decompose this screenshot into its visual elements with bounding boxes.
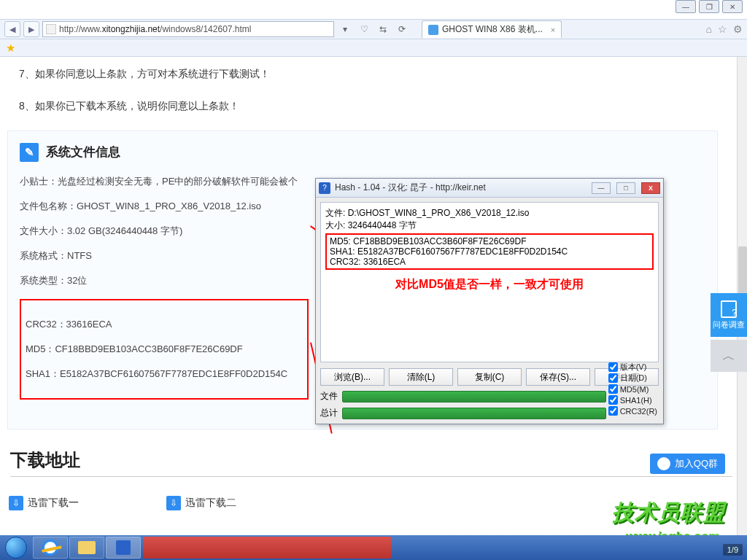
favorites-bar: ★ (0, 39, 747, 57)
browse-button[interactable]: 浏览(B)... (320, 368, 384, 386)
url-text: http://www.xitongzhijia.net/windows8/142… (59, 24, 252, 34)
scroll-to-top-button[interactable]: ︿ (711, 340, 747, 372)
progress-file-bar (342, 391, 606, 402)
thunder-icon: ⇩ (9, 496, 23, 510)
site-favicon-icon (46, 24, 56, 34)
hash-crc32-line: CRC32: 33616ECA (330, 257, 649, 267)
hash-window-title: Hash - 1.04 - 汉化: 昆子 - http://keir.net (335, 182, 486, 194)
tab-close-icon[interactable]: × (551, 26, 555, 34)
annotation-text: 对比MD5值是否一样，一致才可使用 (325, 277, 654, 292)
windows-taskbar (0, 535, 747, 560)
chk-sha1[interactable]: SHA1(H) (608, 394, 657, 405)
hash-sha1-line: SHA1: E5182A37BCF61607567F7787EDC1E8FF0D… (330, 246, 649, 257)
hash-tool-window: ? Hash - 1.04 - 汉化: 昆子 - http://keir.net… (315, 178, 664, 424)
watermark-text: 技术员联盟 (612, 498, 725, 528)
settings-icon[interactable]: ⚙ (733, 23, 743, 35)
clear-button[interactable]: 清除(L) (389, 368, 453, 386)
translate-icon[interactable]: ⇆ (375, 21, 391, 37)
progress-file-label: 文件 (320, 390, 338, 402)
progress-total-label: 总计 (320, 407, 338, 419)
windows-orb-icon (5, 537, 27, 559)
save-button[interactable]: 保存(S)... (526, 368, 590, 386)
chk-date[interactable]: 日期(D) (608, 373, 657, 384)
url-input[interactable]: http://www.xitongzhijia.net/windows8/142… (42, 21, 334, 37)
tab-favicon-icon (428, 25, 438, 35)
favorites-icon[interactable]: ☆ (718, 23, 727, 35)
window-maximize-button[interactable]: ❐ (699, 0, 719, 13)
chk-version[interactable]: 版本(V) (608, 362, 657, 373)
join-qq-group-button[interactable]: 加入QQ群 (650, 454, 725, 474)
refresh-icon[interactable]: ⟳ (394, 21, 410, 37)
file-info-crc32: CRC32：33616ECA (26, 318, 303, 331)
survey-button[interactable]: 问卷调查 (711, 293, 747, 337)
thunder-icon: ⇩ (166, 496, 181, 510)
nav-back-button[interactable]: ◀ (4, 21, 20, 37)
heart-icon[interactable]: ♡ (356, 21, 372, 37)
dropdown-icon[interactable]: ▾ (337, 21, 353, 37)
copy-button[interactable]: 复制(C) (457, 368, 522, 386)
start-button[interactable] (0, 535, 32, 560)
taskbar-explorer[interactable] (69, 537, 104, 559)
download-link-2[interactable]: ⇩迅雷下载二 (166, 496, 236, 510)
folder-icon (78, 541, 96, 554)
hash-options-checkboxes: 版本(V) 日期(D) MD5(M) SHA1(H) CRC32(R) (608, 362, 657, 416)
hash-window-titlebar[interactable]: ? Hash - 1.04 - 汉化: 昆子 - http://keir.net… (316, 179, 663, 198)
ie-icon (42, 540, 58, 556)
file-info-heading: 系统文件信息 (46, 144, 120, 160)
hash-file-line: 文件: D:\GHOST_WIN8_1_PRO_X86_V2018_12.iso (325, 207, 654, 219)
taskbar-active-app[interactable] (143, 537, 391, 559)
chk-md5[interactable]: MD5(M) (608, 384, 657, 394)
file-info-md5: MD5：CF18BBD9EB103ACC3B60F8F7E26C69DF (26, 343, 303, 356)
hash-close-button[interactable]: X (641, 182, 660, 194)
browser-tab[interactable]: GHOST WIN8 X86 装机... × (422, 20, 562, 38)
nav-forward-button[interactable]: ▶ (23, 21, 39, 37)
hash-minimize-button[interactable]: — (592, 182, 611, 194)
file-info-sha1: SHA1：E5182A37BCF61607567F7787EDC1E8FF0D2… (26, 368, 303, 381)
home-icon[interactable]: ⌂ (706, 23, 712, 35)
tray-counter: 1/9 (723, 544, 743, 556)
hash-highlighted-box: MD5: CF18BBD9EB103ACC3B60F8F7E26C69DF SH… (325, 233, 654, 270)
chk-crc32[interactable]: CRC32(R) (608, 405, 657, 416)
window-close-button[interactable]: ✕ (722, 0, 743, 13)
hash-taskbar-icon (116, 540, 131, 555)
terms-line-8: 8、如果你已下载本系统，说明你同意以上条款！ (19, 98, 718, 114)
hash-maximize-button[interactable]: □ (616, 182, 635, 194)
terms-line-7: 7、如果你同意以上条款，方可对本系统进行下载测试！ (19, 66, 718, 82)
hash-output-textarea[interactable]: 文件: D:\GHOST_WIN8_1_PRO_X86_V2018_12.iso… (320, 202, 659, 362)
progress-total-bar (342, 408, 606, 419)
taskbar-ie[interactable] (33, 537, 68, 559)
qq-icon (657, 457, 670, 470)
hash-size-line: 大小: 3246440448 字节 (325, 219, 654, 232)
highlighted-checksums-box: CRC32：33616ECA MD5：CF18BBD9EB103ACC3B60F… (20, 299, 309, 400)
tab-title: GHOST WIN8 X86 装机... (442, 23, 543, 36)
download-link-1[interactable]: ⇩迅雷下载一 (9, 496, 79, 510)
add-favorite-icon[interactable]: ★ (6, 42, 15, 55)
browser-address-bar: ◀ ▶ http://www.xitongzhijia.net/windows8… (0, 19, 747, 39)
hash-app-icon: ? (319, 182, 330, 194)
taskbar-hash[interactable] (106, 537, 141, 559)
hash-md5-line: MD5: CF18BBD9EB103ACC3B60F8F7E26C69DF (330, 236, 649, 246)
download-heading: 下载地址 (10, 448, 732, 477)
file-info-icon: ✎ (20, 143, 39, 162)
survey-icon (721, 300, 737, 318)
window-minimize-button[interactable]: — (676, 0, 696, 13)
